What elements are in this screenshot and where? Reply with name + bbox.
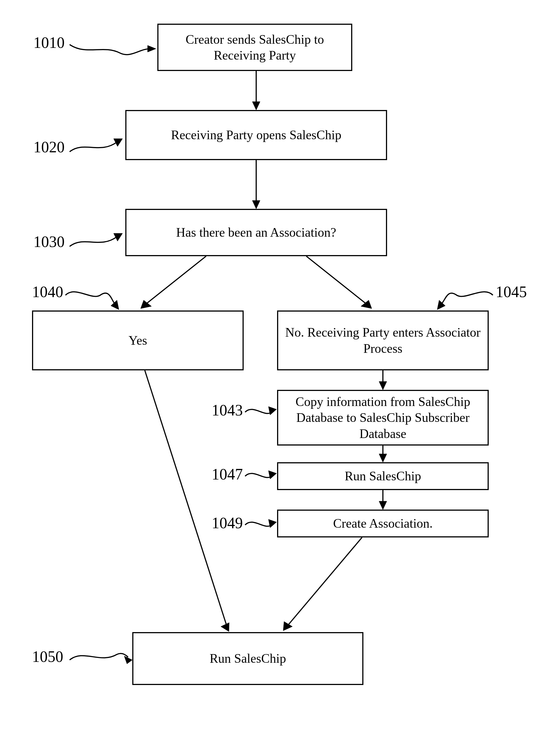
node-1045: No. Receiving Party enters Associator Pr… [277,310,489,370]
node-1043-text: Copy information from SalesChip Database… [284,394,482,442]
svg-marker-8 [124,656,132,664]
svg-marker-24 [283,622,293,631]
svg-marker-3 [111,300,119,310]
svg-marker-4 [437,300,445,310]
svg-marker-12 [252,201,260,209]
node-1049: Create Association. [277,510,489,537]
svg-marker-18 [379,382,387,390]
svg-marker-2 [114,234,122,241]
svg-marker-26 [221,623,229,632]
svg-marker-0 [147,45,156,52]
svg-line-23 [287,537,362,627]
svg-marker-1 [114,139,122,146]
svg-marker-7 [268,519,277,528]
node-1030-text: Has there been an Association? [176,224,336,241]
node-1045-text: No. Receiving Party enters Associator Pr… [284,324,482,357]
node-1020-text: Receiving Party opens SalesChip [171,127,341,143]
ref-label-1045: 1045 [496,284,527,300]
node-1040-text: Yes [129,332,147,349]
ref-label-1047: 1047 [212,466,243,482]
svg-line-15 [306,256,367,305]
svg-marker-10 [252,102,260,110]
ref-label-1050: 1050 [32,649,63,664]
node-1050: Run SalesChip [132,632,363,685]
ref-label-1010: 1010 [34,35,65,50]
svg-marker-16 [361,300,372,308]
ref-label-1043: 1043 [212,402,243,418]
ref-label-1049: 1049 [212,515,243,531]
node-1040: Yes [32,310,244,370]
node-1030: Has there been an Association? [125,209,387,256]
ref-label-1030: 1030 [34,234,65,249]
node-1050-text: Run SalesChip [210,650,286,667]
svg-marker-14 [141,300,152,308]
svg-marker-20 [379,454,387,462]
flowchart-canvas: 1010 1020 1030 1040 1045 1043 1047 1049 … [0,0,560,751]
svg-marker-5 [268,407,277,415]
node-1010-text: Creator sends SalesChip to Receiving Par… [164,32,345,63]
svg-line-13 [145,256,206,305]
node-1047: Run SalesChip [277,462,489,490]
node-1010: Creator sends SalesChip to Receiving Par… [157,24,352,71]
node-1047-text: Run SalesChip [345,468,421,484]
node-1049-text: Create Association. [333,515,433,532]
node-1043: Copy information from SalesChip Database… [277,390,489,446]
svg-marker-22 [379,501,387,510]
svg-marker-6 [268,471,277,479]
node-1020: Receiving Party opens SalesChip [125,110,387,160]
ref-label-1020: 1020 [34,139,65,155]
ref-label-1040: 1040 [32,284,63,300]
